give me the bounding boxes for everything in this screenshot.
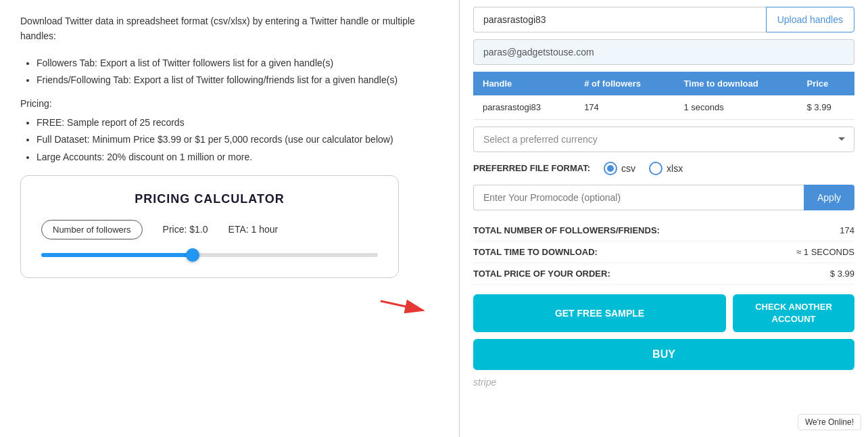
table-row: parasrastogi83 174 1 seconds $ 3.99 xyxy=(473,95,854,120)
upload-handles-button[interactable]: Upload handles xyxy=(766,7,854,32)
radio-xlsx-circle xyxy=(649,162,662,175)
cell-price: $ 3.99 xyxy=(797,95,854,120)
total-price-row: TOTAL PRICE OF YOUR ORDER: $ 3.99 xyxy=(473,263,854,285)
total-time-value: ≈ 1 SECONDS xyxy=(796,247,854,257)
check-another-button[interactable]: CHECK ANOTHER ACCOUNT xyxy=(733,294,854,332)
num-followers-button[interactable]: Number of followers xyxy=(41,220,143,239)
calc-price-label: Price: $1.0 xyxy=(163,224,208,235)
free-sample-button[interactable]: GET FREE SAMPLE xyxy=(473,294,726,332)
slider-track xyxy=(41,253,378,257)
arrow-container xyxy=(20,285,439,325)
radio-xlsx[interactable]: xlsx xyxy=(649,162,683,175)
radio-csv-circle xyxy=(604,162,617,175)
calculator-title: PRICING CALCULATOR xyxy=(41,192,378,206)
buy-button[interactable]: BUY xyxy=(473,339,854,370)
cell-time: 1 seconds xyxy=(674,95,797,120)
email-input[interactable] xyxy=(473,39,854,65)
intro-text: Download Twitter data in spreadsheet for… xyxy=(20,14,439,44)
totals-section: TOTAL NUMBER OF FOLLOWERS/FRIENDS: 174 T… xyxy=(473,220,854,285)
cell-followers: 174 xyxy=(575,95,674,120)
handle-input-row: Upload handles xyxy=(473,7,854,32)
svg-line-1 xyxy=(381,301,423,310)
promo-row: Apply xyxy=(473,185,854,210)
pricing-label: Pricing: xyxy=(20,98,439,109)
pricing-bullet: FREE: Sample report of 25 records xyxy=(37,114,439,131)
slider-fill xyxy=(41,253,193,257)
calc-eta-label: ETA: 1 hour xyxy=(228,224,279,235)
cell-handle: parasrastogi83 xyxy=(473,95,575,120)
total-time-row: TOTAL TIME TO DOWNLOAD: ≈ 1 SECONDS xyxy=(473,242,854,263)
pricing-bullet: Full Dataset: Minimum Price $3.99 or $1 … xyxy=(37,131,439,148)
stripe-footer: stripe xyxy=(473,377,854,388)
currency-select[interactable]: Select a preferred currency USD EUR GBP xyxy=(473,127,854,152)
radio-group: csv xlsx xyxy=(604,162,683,175)
total-followers-value: 174 xyxy=(840,225,854,235)
followers-slider-container[interactable] xyxy=(41,253,378,257)
file-format-label: PREFERRED FILE FORMAT: xyxy=(473,162,590,175)
total-followers-label: TOTAL NUMBER OF FOLLOWERS/FRIENDS: xyxy=(473,225,660,235)
file-format-row: PREFERRED FILE FORMAT: csv xlsx xyxy=(473,162,854,175)
right-panel: Upload handles Handle # of followers Tim… xyxy=(460,0,868,437)
total-price-value: $ 3.99 xyxy=(830,269,854,279)
table-header-row: Handle # of followers Time to download P… xyxy=(473,72,854,95)
twitter-handle-input[interactable] xyxy=(473,7,766,32)
handles-table: Handle # of followers Time to download P… xyxy=(473,72,854,120)
radio-csv-label: csv xyxy=(621,163,635,174)
col-time: Time to download xyxy=(674,72,797,95)
total-followers-row: TOTAL NUMBER OF FOLLOWERS/FRIENDS: 174 xyxy=(473,220,854,242)
pricing-bullets-list: FREE: Sample report of 25 records Full D… xyxy=(37,114,439,166)
promo-input[interactable] xyxy=(473,185,804,210)
col-handle: Handle xyxy=(473,72,575,95)
radio-xlsx-label: xlsx xyxy=(667,163,683,174)
slider-thumb[interactable] xyxy=(186,248,199,262)
pricing-calculator: PRICING CALCULATOR Number of followers P… xyxy=(20,175,399,278)
stripe-logo: stripe xyxy=(473,377,496,388)
col-followers: # of followers xyxy=(575,72,674,95)
bullet-item: Followers Tab: Export a list of Twitter … xyxy=(37,55,439,72)
left-panel: Download Twitter data in spreadsheet for… xyxy=(0,0,460,437)
radio-csv[interactable]: csv xyxy=(604,162,635,175)
chat-badge[interactable]: We're Online! xyxy=(798,414,861,430)
total-price-label: TOTAL PRICE OF YOUR ORDER: xyxy=(473,269,610,279)
apply-button[interactable]: Apply xyxy=(804,185,854,210)
col-price: Price xyxy=(797,72,854,95)
bullets-list: Followers Tab: Export a list of Twitter … xyxy=(37,55,439,89)
calc-controls-row: Number of followers Price: $1.0 ETA: 1 h… xyxy=(41,220,378,239)
total-time-label: TOTAL TIME TO DOWNLOAD: xyxy=(473,247,598,257)
action-buttons-row: GET FREE SAMPLE CHECK ANOTHER ACCOUNT xyxy=(473,294,854,332)
pricing-bullet: Large Accounts: 20% discount on 1 millio… xyxy=(37,149,439,166)
bullet-item: Friends/Following Tab: Export a list of … xyxy=(37,72,439,89)
red-arrow-icon xyxy=(378,295,432,315)
